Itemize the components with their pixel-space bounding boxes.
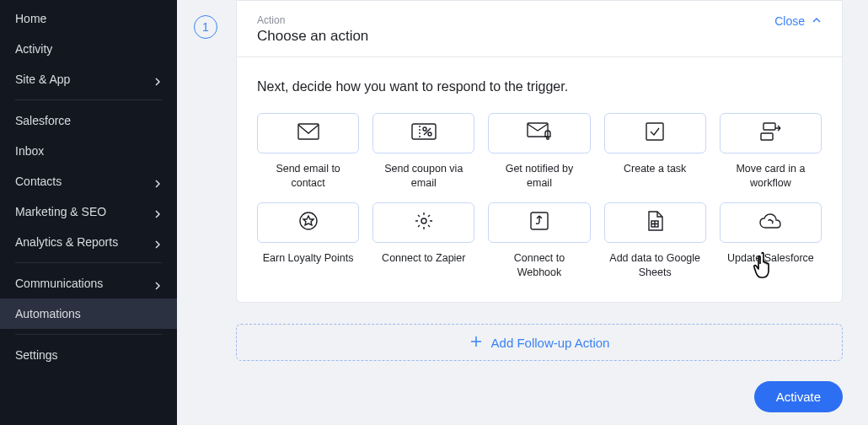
sidebar-item-label: Settings [15,348,58,362]
sidebar-item-inbox[interactable]: Inbox [0,136,177,166]
action-tile-connect-webhook[interactable] [488,202,590,243]
action-label: Create a task [624,162,686,176]
action-label: Move card in a workflow [724,162,817,191]
action-tile-earn-loyalty[interactable] [257,202,359,243]
action-label: Connect to Webhook [493,251,586,280]
action-connect-webhook: Connect to Webhook [488,202,590,280]
mail-icon [297,123,319,143]
actions-grid: Send email to contactSend coupon via ema… [257,113,822,280]
action-google-sheets: Add data to Google Sheets [604,202,706,280]
action-earn-loyalty: Earn Loyalty Points [257,202,359,280]
action-tile-get-notified[interactable] [488,113,590,153]
action-label: Connect to Zapier [382,251,465,266]
sidebar-item-label: Activity [15,42,52,56]
sheets-icon [646,211,663,234]
sidebar-item-label: Home [15,12,46,25]
step-indicator: 1 [194,15,217,39]
chevron-right-icon [153,207,162,216]
mail-bell-icon [527,122,552,144]
plus-icon [469,335,483,351]
sidebar-item-site-app[interactable]: Site & App [0,64,177,94]
sidebar-item-communications[interactable]: Communications [0,268,177,299]
sidebar-item-home[interactable]: Home [0,3,177,34]
close-button[interactable]: Close [774,14,822,28]
action-connect-zapier: Connect to Zapier [372,202,474,280]
header-eyebrow: Action [257,14,368,26]
sidebar-item-marketing-seo[interactable]: Marketing & SEO [0,196,177,227]
action-label: Get notified by email [493,162,586,191]
check-icon [646,122,664,144]
action-tile-send-email[interactable] [257,113,359,153]
close-label: Close [774,14,805,28]
action-tile-move-card[interactable] [720,113,822,153]
svg-point-10 [421,218,426,223]
sidebar-item-label: Inbox [15,144,44,158]
chevron-right-icon [153,75,162,83]
action-move-card: Move card in a workflow [720,113,822,191]
action-tile-create-task[interactable] [604,113,706,153]
action-label: Earn Loyalty Points [263,251,354,266]
sidebar-item-label: Automations [15,307,81,320]
activate-label: Activate [776,390,821,404]
chevron-up-icon [812,14,822,28]
svg-rect-0 [298,124,319,139]
sidebar: HomeActivitySite & App SalesforceInboxCo… [0,0,177,425]
sidebar-item-automations[interactable]: Automations [0,299,177,329]
action-send-coupon: Send coupon via email [372,113,474,191]
action-tile-update-salesforce[interactable] [720,202,822,243]
action-get-notified: Get notified by email [488,113,590,191]
chevron-right-icon [153,238,162,246]
svg-point-2 [423,127,426,131]
gear-icon [414,211,434,234]
sidebar-item-activity[interactable]: Activity [0,34,177,64]
header-title: Choose an action [257,28,368,45]
action-update-salesforce: Update Salesforce [720,202,822,280]
sidebar-item-salesforce[interactable]: Salesforce [0,105,177,136]
sidebar-item-settings[interactable]: Settings [0,340,177,370]
cards-icon [758,122,782,144]
action-tile-connect-zapier[interactable] [372,202,474,243]
action-label: Send coupon via email [378,162,470,191]
sidebar-item-label: Site & App [15,73,70,86]
sidebar-item-label: Communications [15,277,103,290]
sidebar-item-label: Marketing & SEO [15,205,106,218]
card-body: Next, decide how you want to respond to … [237,57,842,302]
sidebar-item-analytics-reports[interactable]: Analytics & Reports [0,227,177,257]
svg-rect-1 [412,124,436,139]
action-tile-google-sheets[interactable] [604,202,706,243]
add-followup-button[interactable]: Add Follow-up Action [236,324,843,361]
followup-label: Add Follow-up Action [491,336,610,350]
star-circle-icon [299,212,318,234]
chevron-right-icon [153,177,162,186]
action-label: Add data to Google Sheets [608,251,701,280]
coupon-icon [411,123,437,143]
action-label: Send email to contact [262,162,355,191]
instruction-text: Next, decide how you want to respond to … [257,79,822,94]
sidebar-item-label: Analytics & Reports [15,235,118,249]
sidebar-item-contacts[interactable]: Contacts [0,166,177,196]
divider [15,334,162,335]
action-tile-send-coupon[interactable] [372,113,474,153]
action-card: Action Choose an action Close Next, deci… [236,0,843,303]
svg-rect-7 [764,123,775,130]
chevron-right-icon [153,279,162,288]
action-send-email: Send email to contact [257,113,359,191]
svg-rect-8 [761,133,773,140]
divider [15,262,162,263]
divider [15,100,162,100]
action-label: Update Salesforce [727,251,814,266]
hook-icon [530,212,549,234]
main-area: 1 Action Choose an action Close Next, de… [177,0,868,425]
card-header: Action Choose an action Close [237,1,842,57]
activate-button[interactable]: Activate [754,381,843,412]
svg-point-5 [547,137,549,140]
sidebar-item-label: Salesforce [15,114,71,127]
header-labels: Action Choose an action [257,14,368,45]
sidebar-item-label: Contacts [15,175,62,188]
svg-rect-6 [646,123,663,140]
action-create-task: Create a task [604,113,706,191]
svg-point-3 [428,132,431,136]
step-number: 1 [202,20,209,34]
cloud-icon [758,212,782,233]
